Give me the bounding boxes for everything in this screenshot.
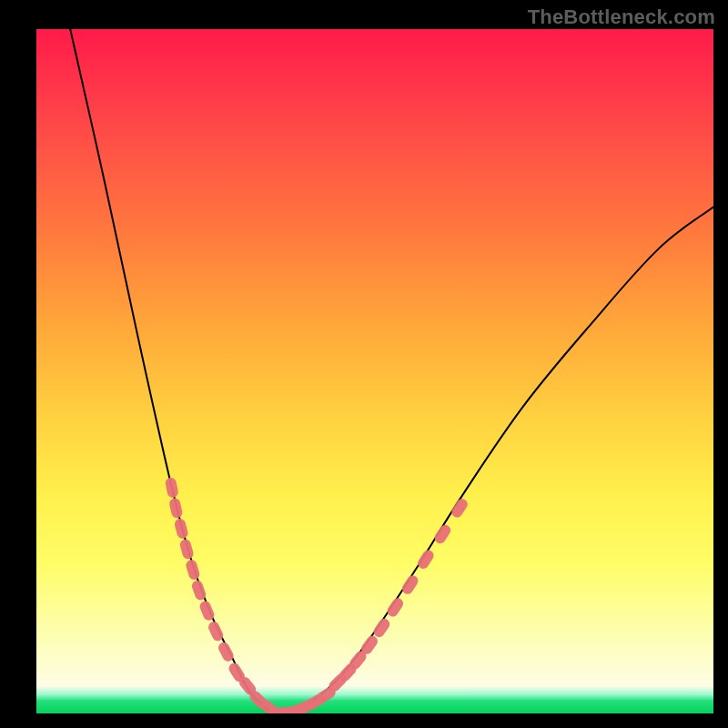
curve-marker — [416, 548, 436, 571]
curve-marker — [450, 497, 470, 520]
curve-marker — [178, 538, 194, 560]
curve-marker — [165, 477, 179, 499]
curve-marker — [400, 573, 420, 596]
curve-marker — [185, 559, 201, 581]
curve-marker — [432, 522, 452, 545]
curve-marker — [168, 497, 184, 519]
plot-area — [36, 29, 713, 713]
curve-svg — [36, 29, 713, 713]
curve-marker — [174, 518, 189, 540]
watermark-text: TheBottleneck.com — [528, 5, 715, 29]
chart-frame: TheBottleneck.com — [0, 0, 728, 728]
curve-marker — [385, 596, 405, 619]
curve-marker — [371, 617, 391, 640]
marker-band-left — [165, 477, 281, 713]
marker-band-bottom — [267, 685, 338, 713]
